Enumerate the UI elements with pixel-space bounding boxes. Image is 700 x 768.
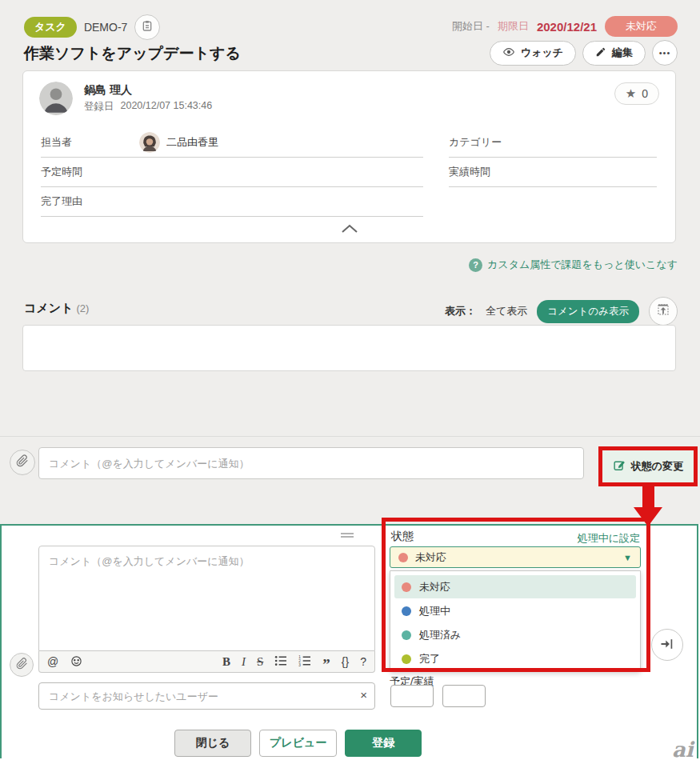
code-braces-button[interactable]: {} [342, 656, 349, 667]
bold-button[interactable]: B [222, 656, 230, 668]
status-badge: 未対応 [605, 16, 678, 37]
edit-label: 編集 [612, 46, 633, 60]
scroll-to-top-button[interactable] [649, 297, 678, 326]
status-dot [402, 606, 411, 616]
issue-badge-row: タスク DEMO-7 [24, 14, 160, 40]
status-option-mitaiou[interactable]: 未対応 [394, 575, 636, 598]
watermark-logo: ai [672, 739, 694, 760]
category-label: カテゴリー [449, 135, 547, 150]
emoji-button[interactable] [70, 655, 82, 669]
copy-issue-key-button[interactable] [134, 14, 160, 40]
mention-button[interactable]: @ [47, 656, 58, 667]
registered-datetime: 2020/12/07 15:43:46 [121, 100, 213, 114]
status-option-label: 完了 [419, 652, 440, 666]
more-actions-button[interactable]: ••• [652, 40, 678, 66]
eye-icon [502, 46, 515, 61]
preview-button[interactable]: プレビュー [259, 730, 337, 757]
markdown-help-button[interactable]: ? [360, 656, 366, 667]
filter-show-all[interactable]: 全て表示 [486, 304, 527, 318]
field-row-planned-time: 予定時間 [41, 158, 423, 187]
svg-text:1: 1 [299, 655, 302, 659]
comments-filter-row: 表示： 全て表示 コメントのみ表示 [445, 297, 678, 326]
clear-icon[interactable]: × [360, 688, 367, 702]
bullet-list-button[interactable] [274, 655, 287, 668]
question-icon: ? [469, 258, 482, 272]
status-dot [402, 654, 411, 664]
notify-user-input[interactable] [38, 682, 375, 710]
status-option-shorizumi[interactable]: 処理済み [394, 623, 636, 646]
estimated-time-input[interactable] [390, 685, 434, 707]
actual-time-input[interactable] [442, 685, 486, 707]
strikethrough-button[interactable]: S [257, 656, 263, 668]
status-change-label: 状態の変更 [631, 459, 683, 474]
collapse-card-button[interactable] [341, 223, 358, 238]
clipboard-icon [141, 19, 154, 35]
status-option-label: 処理済み [419, 628, 461, 642]
svg-text:3: 3 [299, 663, 302, 666]
field-row-actual-time: 実績時間 [449, 158, 657, 187]
field-row-category: カテゴリー [449, 127, 657, 158]
custom-attribute-link-label: カスタム属性で課題をもっと使いこなす [487, 258, 678, 272]
status-option-kanryou[interactable]: 完了 [394, 647, 636, 670]
status-selected-value: 未対応 [415, 550, 446, 565]
filter-comments-only[interactable]: コメントのみ表示 [537, 300, 639, 323]
due-date-label: 期限日 [498, 19, 529, 34]
editor-toolbar: @ B I S 123 ” {} ? [38, 651, 375, 673]
registered-line: 登録日 2020/12/07 15:43:46 [84, 100, 212, 114]
paperclip-icon [16, 454, 29, 470]
comment-textarea[interactable] [38, 546, 375, 651]
assignee-label: 担当者 [41, 135, 139, 150]
field-row-completion-reason: 完了理由 [41, 187, 423, 217]
comments-heading-label: コメント [24, 301, 73, 314]
submit-button[interactable]: 登録 [345, 730, 422, 757]
editor-attach-file-button[interactable] [10, 653, 34, 677]
chevron-up-icon [341, 223, 358, 237]
status-dot [402, 582, 411, 592]
numbered-list-button[interactable]: 123 [298, 655, 311, 668]
author-name: 鍋島 理人 [84, 83, 132, 98]
status-option-label: 処理中 [419, 604, 450, 618]
quick-comment-input[interactable] [38, 447, 584, 479]
registered-label: 登録日 [84, 100, 114, 114]
status-option-label: 未対応 [419, 580, 450, 594]
issue-card: 鍋島 理人 登録日 2020/12/07 15:43:46 ★ 0 担当者 二品… [22, 70, 676, 243]
star-button[interactable]: ★ 0 [614, 82, 659, 105]
comments-heading: コメント(2) [24, 301, 89, 316]
completion-reason-label: 完了理由 [41, 194, 139, 209]
panel-top-arrow-icon [656, 302, 670, 320]
drag-handle[interactable] [340, 528, 354, 542]
attach-file-button[interactable] [10, 450, 35, 475]
due-date-value: 2020/12/21 [537, 20, 597, 34]
actual-time-label: 実績時間 [449, 165, 547, 179]
annotation-arrow-stem [642, 486, 654, 509]
custom-attribute-link[interactable]: ? カスタム属性で課題をもっと使いこなす [469, 258, 678, 272]
issue-actions: ウォッチ 編集 ••• [490, 40, 678, 66]
assignee-value: 二品由香里 [166, 135, 218, 150]
author-avatar [39, 82, 73, 115]
edit-button[interactable]: 編集 [582, 41, 646, 66]
assignee-avatar [139, 132, 160, 153]
start-date-label: 開始日 - [452, 19, 490, 34]
arrow-to-bar-icon [659, 636, 675, 654]
comments-list-empty [22, 325, 676, 371]
field-row-assignee: 担当者 二品由香里 [41, 127, 423, 158]
edit-status-icon [613, 458, 626, 474]
paperclip-icon [16, 658, 28, 673]
status-select[interactable]: 未対応 ▼ [390, 546, 641, 568]
close-button[interactable]: 閉じる [174, 730, 251, 757]
issue-type-badge: タスク [24, 17, 77, 38]
italic-button[interactable]: I [242, 656, 246, 668]
dates-row: 開始日 - 期限日 2020/12/21 未対応 [452, 16, 678, 37]
chevron-down-icon: ▼ [623, 553, 632, 562]
watch-label: ウォッチ [521, 46, 563, 60]
notify-user-field: × [38, 682, 375, 710]
status-change-button[interactable]: 状態の変更 [598, 446, 698, 486]
set-processing-link[interactable]: 処理中に設定 [390, 531, 640, 546]
quote-button[interactable]: ” [322, 662, 330, 668]
status-option-shorichuu[interactable]: 処理中 [394, 599, 636, 622]
watch-button[interactable]: ウォッチ [490, 41, 576, 66]
comments-count: (2) [76, 302, 89, 314]
planned-time-label: 予定時間 [41, 165, 139, 179]
collapse-panel-button[interactable] [651, 629, 683, 661]
pencil-icon [595, 46, 606, 60]
